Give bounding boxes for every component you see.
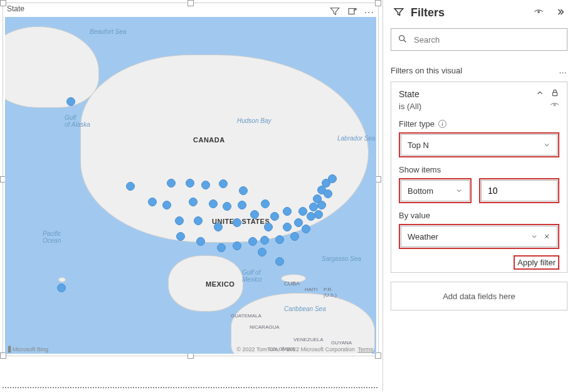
country-label: GUATEMALA xyxy=(231,313,261,319)
map-data-point[interactable] xyxy=(275,257,284,266)
map-data-point[interactable] xyxy=(66,97,75,106)
country-label: VENEZUELA xyxy=(293,337,324,342)
by-value-field-well[interactable]: Weather xyxy=(401,226,557,247)
map-attribution: ▋Microsoft Bing xyxy=(8,346,48,352)
country-label: MEXICO xyxy=(206,280,235,288)
info-icon[interactable]: i xyxy=(438,120,446,128)
filter-type-dropdown[interactable]: Top N xyxy=(401,134,557,156)
map-attribution-right: © 2022 TomTom, © 2022 Microsoft Corporat… xyxy=(236,346,373,352)
map-data-point[interactable] xyxy=(275,235,284,244)
map-data-point[interactable] xyxy=(189,198,198,206)
country-label: HAITI xyxy=(305,287,317,292)
map-data-point[interactable] xyxy=(283,223,292,231)
map-data-point[interactable] xyxy=(248,237,257,246)
water-label: Hudson Bay xyxy=(237,117,271,124)
apply-filter-button[interactable]: Apply filter xyxy=(517,258,556,267)
map-data-point[interactable] xyxy=(298,207,307,216)
map-data-point[interactable] xyxy=(294,218,303,227)
lock-icon[interactable] xyxy=(551,88,559,99)
map-data-point[interactable] xyxy=(233,218,241,227)
map-data-point[interactable] xyxy=(233,241,241,250)
visual-title: State xyxy=(7,4,24,13)
country-label: CUBA xyxy=(284,280,300,287)
svg-point-1 xyxy=(538,11,540,13)
map-data-point[interactable] xyxy=(328,174,337,183)
map-data-point[interactable] xyxy=(238,201,246,209)
map-data-point[interactable] xyxy=(162,201,171,209)
water-label: Beaufort Sea xyxy=(90,28,126,35)
resize-handle[interactable] xyxy=(187,0,194,6)
collapse-pane-icon[interactable] xyxy=(555,7,565,19)
filter-type-label: Filter type xyxy=(399,119,435,129)
map-data-point[interactable] xyxy=(176,232,185,241)
show-items-label: Show items xyxy=(399,165,441,174)
filter-card-state[interactable]: State is (All) Filter type i Top xyxy=(391,82,567,273)
map-data-point[interactable] xyxy=(126,182,135,191)
map-data-point[interactable] xyxy=(250,210,259,219)
map-data-point[interactable] xyxy=(258,248,266,257)
collapse-card-icon[interactable] xyxy=(535,88,544,99)
remove-field-icon[interactable] xyxy=(543,233,551,240)
map-data-point[interactable] xyxy=(201,181,210,189)
map-data-point[interactable] xyxy=(148,198,157,206)
map-data-point[interactable] xyxy=(317,201,326,209)
search-input[interactable] xyxy=(414,35,561,45)
map-data-point[interactable] xyxy=(314,210,323,219)
svg-rect-3 xyxy=(553,92,557,95)
water-label: Caribbean Sea xyxy=(284,305,326,312)
filter-status-text: is (All) xyxy=(399,102,421,111)
map-data-point[interactable] xyxy=(264,223,273,231)
filter-section-label: Filters on this visual xyxy=(391,66,462,75)
map-data-point[interactable] xyxy=(209,199,218,208)
map-data-point[interactable] xyxy=(261,199,270,208)
search-box[interactable] xyxy=(391,28,567,51)
map-data-point[interactable] xyxy=(196,237,205,246)
visibility-icon[interactable] xyxy=(550,100,559,112)
funnel-icon xyxy=(393,6,404,19)
map-data-point[interactable] xyxy=(217,243,226,252)
map-data-point[interactable] xyxy=(57,283,66,292)
water-label: Sargasso Sea xyxy=(322,255,361,262)
svg-rect-0 xyxy=(349,9,354,14)
water-label: Labrador Sea xyxy=(337,135,376,142)
map-data-point[interactable] xyxy=(194,216,203,225)
map-data-point[interactable] xyxy=(175,216,184,225)
add-data-fields-well[interactable]: Add data fields here xyxy=(391,282,567,310)
more-options-icon[interactable]: ··· xyxy=(364,7,374,18)
water-label: Gulf of Mexico xyxy=(242,269,262,283)
show-items-direction-dropdown[interactable]: Bottom xyxy=(401,180,470,201)
map-surface[interactable]: Beaufort Sea Gulf of Alaska Hudson Bay L… xyxy=(5,17,376,354)
map-visual[interactable]: State ··· Beaufort Sea xyxy=(3,3,379,356)
resize-handle[interactable] xyxy=(0,0,6,6)
filter-type-value: Top N xyxy=(408,140,429,150)
search-icon xyxy=(398,34,414,46)
svg-point-2 xyxy=(399,35,404,40)
map-data-point[interactable] xyxy=(239,186,248,195)
chevron-down-icon[interactable] xyxy=(530,233,538,240)
show-items-count-input[interactable] xyxy=(488,186,551,196)
visibility-icon[interactable] xyxy=(534,7,544,19)
map-data-point[interactable] xyxy=(324,189,332,198)
map-data-point[interactable] xyxy=(270,212,279,221)
map-data-point[interactable] xyxy=(260,236,269,245)
chevron-down-icon xyxy=(455,187,463,194)
map-data-point[interactable] xyxy=(167,179,176,188)
country-label: CANADA xyxy=(193,136,225,144)
report-canvas[interactable]: State ··· Beaufort Sea xyxy=(0,0,382,392)
map-data-point[interactable] xyxy=(223,202,231,211)
map-data-point[interactable] xyxy=(219,179,228,188)
terms-link[interactable]: Terms xyxy=(358,346,374,352)
section-more-icon[interactable]: … xyxy=(559,66,567,75)
by-value-field: Weather xyxy=(408,232,438,241)
svg-point-4 xyxy=(554,104,556,106)
map-data-point[interactable] xyxy=(186,179,194,188)
resize-handle[interactable] xyxy=(375,0,381,6)
show-items-count-field[interactable] xyxy=(481,180,557,201)
map-data-point[interactable] xyxy=(214,223,223,231)
map-data-point[interactable] xyxy=(302,225,310,233)
show-items-direction-value: Bottom xyxy=(408,186,433,196)
map-data-point[interactable] xyxy=(283,207,292,216)
map-data-point[interactable] xyxy=(290,232,299,241)
filter-field-name: State xyxy=(399,89,419,99)
page-boundary xyxy=(3,387,377,388)
